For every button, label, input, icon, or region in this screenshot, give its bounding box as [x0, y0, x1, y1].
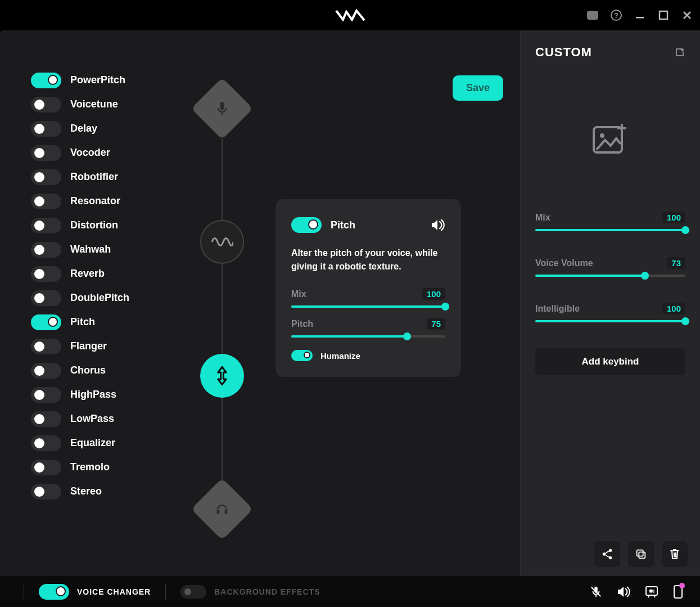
pitch-panel-description: Alter the pitch of your voice, while giv…: [291, 246, 445, 273]
effect-row-stereo: Stereo: [31, 482, 509, 501]
soundboard-icon[interactable]: ✱!: [645, 586, 658, 598]
voice-changer-toggle[interactable]: [39, 584, 69, 600]
effect-label: Chorus: [70, 365, 106, 376]
effect-label: Wahwah: [70, 244, 111, 255]
pitch-panel-title: Pitch: [331, 219, 355, 231]
delete-icon[interactable]: [662, 541, 688, 567]
effect-toggle-voicetune[interactable]: [31, 97, 61, 113]
output-headphones-node: [191, 478, 253, 540]
pitch-mix-slider[interactable]: [291, 305, 445, 308]
effect-toggle-robotifier[interactable]: [31, 169, 61, 185]
share-icon[interactable]: [594, 541, 620, 567]
effect-row-equalizer: Equalizer: [31, 434, 509, 452]
pitch-mix-value: 100: [422, 288, 445, 300]
effect-row-highpass: HighPass: [31, 385, 509, 404]
right-voice-volume-value: 73: [667, 257, 685, 269]
effect-toggle-pitch[interactable]: [31, 314, 61, 330]
svg-rect-3: [636, 17, 644, 19]
pitch-pitch-slider[interactable]: [291, 335, 445, 338]
effect-toggle-wahwah[interactable]: [31, 242, 61, 258]
effect-toggle-delay[interactable]: [31, 121, 61, 137]
effect-label: Robotifier: [70, 171, 118, 183]
effect-toggle-vocoder[interactable]: [31, 145, 61, 161]
effect-label: Equalizer: [70, 437, 115, 449]
custom-title: CUSTOM: [535, 45, 592, 60]
effect-label: LowPass: [70, 413, 114, 425]
right-mix-slider[interactable]: [535, 229, 685, 231]
effect-label: DoublePitch: [70, 292, 129, 304]
effect-toggle-highpass[interactable]: [31, 387, 61, 403]
mic-mute-icon[interactable]: [590, 586, 602, 598]
effect-label: Distortion: [70, 219, 118, 231]
save-button[interactable]: Save: [453, 75, 503, 101]
effect-toggle-lowpass[interactable]: [31, 411, 61, 427]
close-icon[interactable]: [680, 8, 694, 23]
effect-label: Stereo: [70, 485, 102, 497]
powerpitch-node[interactable]: [200, 220, 244, 264]
flow-line: [222, 131, 223, 220]
effect-row-delay: Delay: [31, 119, 509, 138]
main-area: Save PowerPitchVoicetuneDelayVocoderRobo…: [0, 30, 700, 576]
right-mix-label: Mix: [535, 213, 550, 223]
effect-toggle-chorus[interactable]: [31, 363, 61, 379]
add-custom-image[interactable]: [521, 65, 700, 212]
footer: VOICE CHANGER BACKGROUND EFFECTS ✱!: [0, 576, 700, 607]
right-intelligible-value: 100: [662, 303, 685, 314]
effect-label: HighPass: [70, 389, 116, 401]
effect-toggle-doublepitch[interactable]: [31, 290, 61, 306]
edit-icon[interactable]: [674, 47, 685, 58]
effect-label: Flanger: [70, 340, 107, 352]
volume-icon[interactable]: [617, 586, 630, 597]
effect-row-vocoder: Vocoder: [31, 143, 509, 162]
speaker-icon[interactable]: [431, 219, 445, 231]
right-voice-volume-label: Voice Volume: [535, 258, 593, 268]
input-mic-node: [191, 78, 253, 140]
effect-label: Vocoder: [70, 147, 110, 159]
svg-text:✱!: ✱!: [649, 588, 655, 594]
add-keybind-button[interactable]: Add keybind: [535, 348, 685, 375]
background-effects-label: BACKGROUND EFFECTS: [214, 587, 320, 596]
right-mix-value: 100: [662, 212, 685, 223]
right-intelligible-slider[interactable]: [535, 320, 685, 322]
effect-toggle-stereo[interactable]: [31, 484, 61, 500]
svg-point-8: [603, 552, 606, 556]
pitch-panel-toggle[interactable]: [291, 217, 322, 233]
copy-icon[interactable]: [628, 541, 654, 567]
flow-graph: [197, 87, 247, 531]
app-logo: [335, 9, 365, 21]
right-intelligible-label: Intelligible: [535, 304, 580, 314]
effect-toggle-tremolo[interactable]: [31, 460, 61, 475]
svg-rect-4: [660, 11, 667, 19]
minimize-icon[interactable]: [633, 8, 647, 23]
humanize-toggle[interactable]: [291, 350, 313, 361]
effect-toggle-distortion[interactable]: [31, 218, 61, 233]
effect-label: Delay: [70, 123, 97, 134]
help-icon[interactable]: ?: [609, 8, 624, 23]
voice-changer-label: VOICE CHANGER: [77, 587, 151, 596]
pitch-node[interactable]: [200, 354, 244, 398]
effect-toggle-reverb[interactable]: [31, 266, 61, 282]
mobile-icon[interactable]: [673, 584, 683, 599]
effect-toggle-resonator[interactable]: [31, 194, 61, 209]
right-voice-volume-slider[interactable]: [535, 275, 685, 277]
humanize-label: Humanize: [320, 351, 360, 361]
pitch-pitch-label: Pitch: [291, 319, 313, 329]
flow-line: [222, 398, 223, 487]
effect-row-tremolo: Tremolo: [31, 458, 509, 476]
center-column: Save PowerPitchVoicetuneDelayVocoderRobo…: [0, 30, 520, 576]
titlebar: ?: [0, 0, 700, 30]
svg-rect-0: [587, 11, 598, 20]
effect-row-voicetune: Voicetune: [31, 95, 509, 114]
effect-toggle-powerpitch[interactable]: [31, 73, 61, 88]
maximize-icon[interactable]: [656, 8, 671, 23]
effect-label: Voicetune: [70, 98, 118, 110]
effect-label: Resonator: [70, 195, 120, 207]
effect-row-robotifier: Robotifier: [31, 168, 509, 186]
effect-label: Pitch: [70, 316, 95, 328]
effect-toggle-flanger[interactable]: [31, 339, 61, 354]
discord-icon[interactable]: [585, 8, 600, 23]
effect-label: Reverb: [70, 268, 105, 280]
svg-rect-10: [637, 550, 643, 556]
effect-toggle-equalizer[interactable]: [31, 435, 61, 451]
background-effects-toggle[interactable]: [180, 585, 206, 599]
